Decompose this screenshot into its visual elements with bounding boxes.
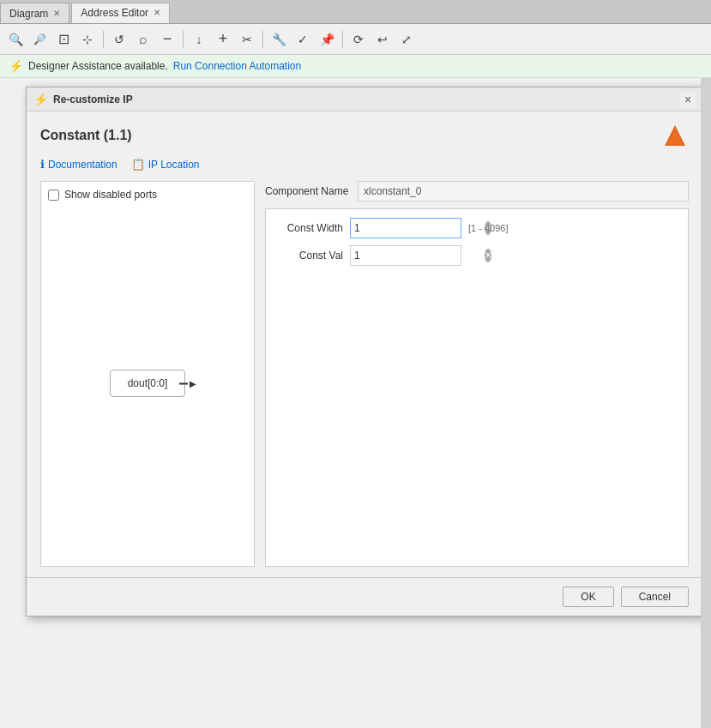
fit-button[interactable]: ⊡ — [53, 29, 74, 50]
toolbar-sep-4 — [342, 31, 343, 48]
app: Diagram ✕ Address Editor ✕ 🔍 🔎 ⊡ ⊹ ↺ ⌕ −… — [0, 0, 711, 728]
wrench-button[interactable]: 🔧 — [268, 29, 289, 50]
const-width-input[interactable] — [354, 222, 483, 234]
tab-diagram[interactable]: Diagram ✕ — [0, 3, 69, 23]
assistance-text: Designer Assistance available. — [28, 60, 168, 72]
preview-block: dout[0:0] ▶ — [110, 370, 186, 397]
const-val-clear-button[interactable]: ✕ — [485, 249, 491, 262]
zoom-out-button[interactable]: 🔎 — [29, 29, 50, 50]
cancel-button[interactable]: Cancel — [621, 587, 689, 607]
const-val-label: Const Val — [274, 250, 343, 262]
const-val-input[interactable] — [354, 250, 483, 262]
dialog-links: ℹ Documentation 📋 IP Location — [40, 158, 689, 171]
param-row-const-val: Const Val ✕ — [274, 245, 679, 266]
tab-address-editor[interactable]: Address Editor ✕ — [71, 3, 170, 23]
recustomize-dialog: ⚡ Re-customize IP × Constant (1.1) — [26, 87, 703, 617]
down-button[interactable]: ↓ — [189, 29, 209, 50]
toolbar-sep-2 — [183, 31, 184, 48]
tab-diagram-label: Diagram — [9, 8, 48, 20]
component-name-row: Component Name — [265, 181, 689, 202]
toolbar-sep-1 — [103, 31, 104, 48]
zoom-in-button[interactable]: 🔍 — [5, 29, 26, 50]
left-panel: Show disabled ports dout[0:0] ▶ — [40, 181, 255, 567]
preview-port-label: dout[0:0] — [128, 377, 168, 389]
select-button[interactable]: ⊹ — [77, 29, 98, 50]
reload-button[interactable]: ⟳ — [348, 29, 369, 50]
right-panel: Component Name Const Width — [265, 181, 689, 567]
pin-button[interactable]: 📌 — [316, 29, 337, 50]
show-disabled-checkbox[interactable] — [48, 190, 59, 201]
param-row-const-width: Const Width ✕ [1 - 4096] — [274, 218, 679, 238]
component-name-label: Component Name — [265, 185, 351, 197]
dialog-close-button[interactable]: × — [680, 92, 696, 107]
assistance-banner: ⚡ Designer Assistance available. Run Con… — [0, 55, 711, 78]
const-width-range: [1 - 4096] — [468, 223, 508, 233]
refresh-button[interactable]: ↺ — [109, 29, 130, 50]
tab-bar: Diagram ✕ Address Editor ✕ — [0, 0, 711, 24]
main-area: xlconstant_0 dout[0:0] Constant ⚡ Re-cus… — [0, 78, 711, 728]
dialog-content: Constant (1.1) ℹ Documentation — [27, 111, 702, 577]
right-scrollbar — [701, 78, 711, 728]
preview-area: dout[0:0] ▶ — [48, 208, 247, 559]
cut-button[interactable]: ✂ — [237, 29, 257, 50]
toolbar-sep-3 — [262, 31, 263, 48]
dialog-title-text: Re-customize IP — [53, 93, 675, 105]
info-icon: ℹ — [40, 158, 45, 171]
tab-diagram-close[interactable]: ✕ — [53, 9, 60, 18]
port-line — [179, 382, 188, 384]
minus-button[interactable]: − — [157, 29, 178, 50]
dialog-component-title: Constant (1.1) — [40, 128, 132, 143]
folder-icon: 📋 — [131, 158, 145, 171]
documentation-link[interactable]: ℹ Documentation — [40, 158, 117, 171]
toolbar: 🔍 🔎 ⊡ ⊹ ↺ ⌕ − ↓ + ✂ 🔧 ✓ 📌 ⟳ ↩ ⤢ — [0, 24, 711, 55]
show-disabled-row: Show disabled ports — [48, 189, 247, 201]
documentation-label: Documentation — [48, 159, 117, 171]
dialog-footer: OK Cancel — [27, 577, 702, 616]
show-disabled-label: Show disabled ports — [64, 189, 157, 201]
const-width-label: Const Width — [274, 222, 343, 234]
expand-button[interactable]: ⤢ — [396, 29, 417, 50]
ok-button[interactable]: OK — [563, 587, 613, 607]
run-connection-automation-link[interactable]: Run Connection Automation — [173, 60, 301, 72]
preview-port: ▶ — [179, 379, 196, 388]
const-width-input-wrap: ✕ — [350, 218, 461, 238]
dialog-body: Show disabled ports dout[0:0] ▶ — [40, 181, 689, 567]
search-button[interactable]: ⌕ — [133, 29, 154, 50]
dialog-titlebar: ⚡ Re-customize IP × — [27, 87, 702, 111]
xilinx-logo — [661, 122, 689, 149]
dialog-header-row: Constant (1.1) — [40, 122, 689, 149]
assistance-icon: ⚡ — [9, 59, 23, 73]
const-val-input-wrap: ✕ — [350, 245, 461, 266]
check-button[interactable]: ✓ — [292, 29, 313, 50]
dialog-title-icon: ⚡ — [33, 93, 48, 106]
ip-location-link[interactable]: 📋 IP Location — [131, 158, 200, 171]
undo-button[interactable]: ↩ — [372, 29, 393, 50]
params-box: Const Width ✕ [1 - 4096] Const Va — [265, 208, 689, 567]
component-name-input[interactable] — [358, 181, 689, 202]
tab-address-editor-label: Address Editor — [81, 7, 148, 19]
tab-address-editor-close[interactable]: ✕ — [154, 9, 160, 17]
dialog-overlay: ⚡ Re-customize IP × Constant (1.1) — [0, 78, 711, 728]
port-arrow-icon: ▶ — [190, 379, 196, 388]
ip-location-label: IP Location — [148, 159, 200, 171]
add-button[interactable]: + — [213, 29, 233, 50]
